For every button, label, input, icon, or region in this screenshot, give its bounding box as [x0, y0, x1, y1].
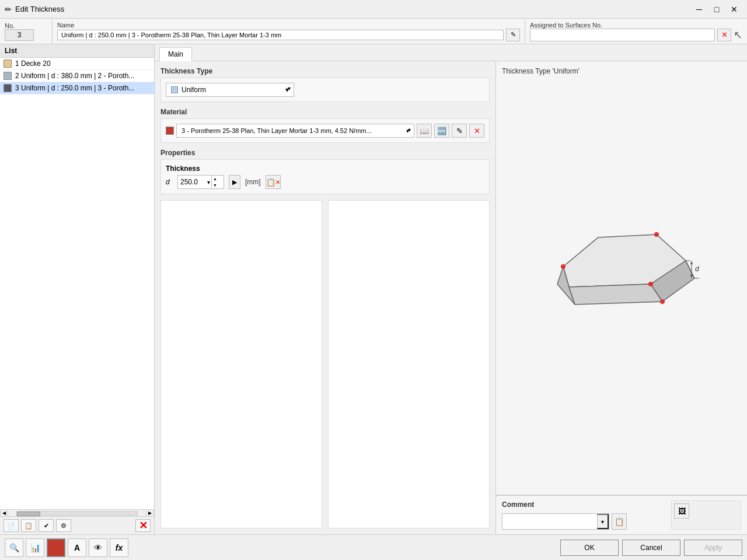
apply-button[interactable]: Apply — [684, 540, 742, 556]
preview-area: Thickness Type 'Uniform' — [496, 61, 747, 534]
bottom-bar-tools: 🔍 📊 A 👁 fx — [5, 538, 560, 557]
cancel-button[interactable]: Cancel — [622, 540, 680, 556]
material-edit-button[interactable]: ✎ — [452, 124, 467, 138]
list-item[interactable]: 1 Decke 20 — [0, 58, 154, 70]
assigned-clear-button[interactable]: ✕ — [717, 29, 731, 41]
list-item-selected[interactable]: 3 Uniform | d : 250.0 mm | 3 - Poroth... — [0, 82, 154, 94]
assigned-label: Assigned to Surfaces No. — [530, 22, 742, 29]
check-button[interactable]: ✔ — [39, 519, 54, 532]
material-section: Material 3 - Porotherm 25-38 Plan, Thin … — [160, 108, 490, 143]
material-new-button[interactable]: 🆕 — [434, 124, 449, 138]
material-dropdown-wrapper: 3 - Porotherm 25-38 Plan, Thin Layer Mor… — [176, 124, 414, 138]
list-toolbar: 📄 📋 ✔ ⚙ ✕ — [0, 516, 154, 534]
properties-group: Thickness d ▾ ▲ ▼ — [160, 159, 490, 194]
settings-button[interactable]: ⚙ — [56, 519, 71, 532]
comment-icon-button[interactable]: 🖼 — [674, 503, 689, 519]
scrollbar-track — [16, 511, 138, 516]
main-layout: No. 3 Name ✎ Assigned to Surfaces No. ✕ … — [0, 19, 747, 560]
preview-svg: d — [546, 220, 697, 337]
bottom-panel-right — [328, 200, 490, 528]
thickness-type-dropdown[interactable]: Uniform Variable Layered — [166, 83, 294, 97]
tab-main[interactable]: Main — [159, 47, 192, 61]
material-value: 3 - Porotherm 25-38 Plan, Thin Layer Mor… — [181, 127, 372, 134]
comment-input[interactable] — [502, 517, 597, 526]
list-item[interactable]: 2 Uniform | d : 380.0 mm | 2 - Poroth... — [0, 70, 154, 82]
window-title: Edit Thickness — [15, 5, 691, 13]
duplicate-button[interactable]: 📋 — [21, 519, 36, 532]
thickness-sublabel: Thickness — [166, 164, 484, 173]
item-color-2 — [4, 72, 12, 80]
chart-tool-button[interactable]: 📊 — [26, 538, 44, 557]
ok-button[interactable]: OK — [560, 540, 619, 556]
x-icon: ✕ — [275, 179, 280, 186]
text-tool-button[interactable]: A — [68, 538, 86, 557]
svg-marker-15 — [690, 261, 693, 264]
comment-left: Comment ▾ 📋 — [502, 501, 665, 530]
thickness-type-label: Thickness Type — [160, 67, 490, 75]
svg-point-9 — [660, 299, 665, 304]
comment-dropdown-button[interactable]: ▾ — [597, 514, 609, 529]
properties-label: Properties — [160, 149, 490, 157]
comment-copy-icon: 📋 — [615, 517, 624, 526]
formula-tool-button[interactable]: fx — [110, 538, 128, 557]
close-button[interactable]: ✕ — [726, 3, 742, 16]
svg-point-7 — [654, 232, 659, 237]
material-delete-button[interactable]: ✕ — [469, 124, 484, 138]
list-header: List — [0, 44, 154, 58]
svg-marker-2 — [569, 284, 662, 304]
no-section: No. 3 — [0, 19, 53, 44]
assigned-input[interactable] — [530, 29, 715, 41]
comment-row: Comment ▾ 📋 — [496, 495, 747, 534]
right-panel: Main Thickness Type Uniform — [155, 44, 747, 534]
thickness-dropdown-arrow: ▾ — [206, 179, 211, 186]
svg-text:d: d — [695, 265, 699, 273]
comment-right: 🖼 — [671, 501, 741, 530]
header-row: No. 3 Name ✎ Assigned to Surfaces No. ✕ … — [0, 19, 747, 44]
material-dropdown[interactable]: 3 - Porotherm 25-38 Plan, Thin Layer Mor… — [176, 124, 414, 138]
name-edit-button[interactable]: ✎ — [506, 29, 520, 41]
bottom-panel-left — [160, 200, 322, 528]
assigned-section: Assigned to Surfaces No. ✕ ↖ — [525, 19, 747, 44]
image-icon: 🖼 — [678, 507, 686, 516]
tabs-row: Main — [155, 44, 747, 61]
material-book-button[interactable]: 📖 — [417, 124, 432, 138]
left-panel: List 1 Decke 20 2 Uniform | d : 380.0 mm… — [0, 44, 155, 534]
cursor-icon[interactable]: ↖ — [734, 29, 742, 41]
material-dropdown-arrow: ▾ — [406, 128, 409, 134]
maximize-button[interactable]: □ — [708, 3, 725, 16]
spin-up-button[interactable]: ▲ — [212, 176, 218, 182]
form-area: Thickness Type Uniform Variable Layered — [155, 61, 747, 534]
comment-copy-button[interactable]: 📋 — [612, 513, 627, 530]
thickness-spinners: ▲ ▼ — [211, 176, 218, 188]
delete-button[interactable]: ✕ — [135, 519, 151, 532]
copy-icon: 📋 — [266, 178, 275, 187]
name-input[interactable] — [57, 30, 504, 40]
thickness-input[interactable] — [178, 178, 206, 186]
item-label-3: 3 Uniform | d : 250.0 mm | 3 - Poroth... — [15, 84, 134, 92]
material-color-button[interactable] — [47, 538, 65, 557]
scrollbar-thumb[interactable] — [17, 512, 40, 516]
unit-label: [mm] — [245, 178, 261, 186]
app-icon: ✏ — [5, 5, 12, 14]
item-color-1 — [4, 60, 12, 68]
item-label-1: 1 Decke 20 — [15, 60, 51, 68]
material-color-box — [166, 127, 174, 135]
list-items: 1 Decke 20 2 Uniform | d : 380.0 mm | 2 … — [0, 58, 154, 509]
material-label: Material — [160, 108, 490, 116]
view-tool-button[interactable]: 👁 — [89, 538, 107, 557]
arrow-right-button[interactable]: ▶ — [229, 175, 240, 189]
horizontal-scrollbar[interactable]: ◀ ▶ — [0, 509, 154, 516]
svg-point-8 — [648, 282, 653, 286]
spin-down-button[interactable]: ▼ — [212, 182, 218, 188]
comment-input-row: ▾ 📋 — [502, 513, 665, 530]
search-tool-button[interactable]: 🔍 — [5, 538, 23, 557]
no-value: 3 — [5, 29, 34, 41]
comment-label: Comment — [502, 501, 665, 509]
minimize-button[interactable]: ─ — [691, 3, 707, 16]
thickness-input-wrapper: ▾ ▲ ▼ — [177, 175, 224, 189]
new-item-button[interactable]: 📄 — [4, 519, 19, 532]
svg-point-6 — [561, 264, 566, 269]
copy-value-button[interactable]: 📋 ✕ — [266, 175, 281, 189]
thickness-type-field: Uniform Variable Layered Uniform ▾ — [160, 78, 490, 102]
bottom-actions: OK Cancel Apply — [560, 540, 742, 556]
